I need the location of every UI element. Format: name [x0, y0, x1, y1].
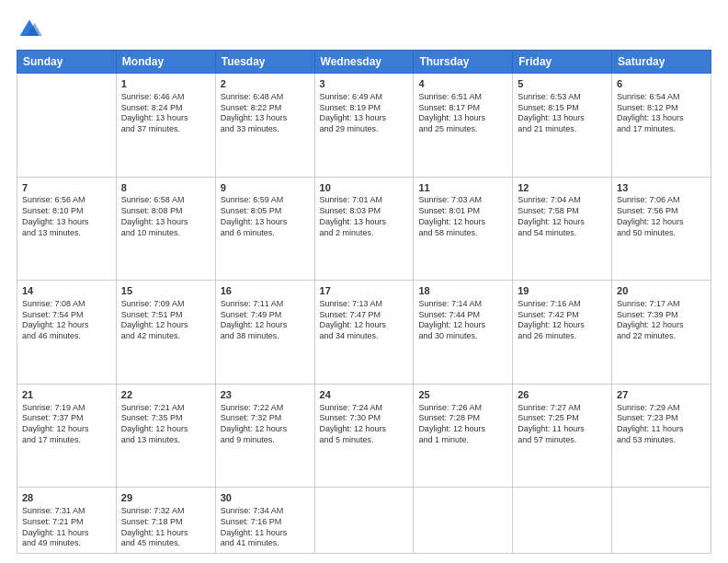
calendar-cell: 4Sunrise: 6:51 AM Sunset: 8:17 PM Daylig…	[414, 74, 513, 178]
page: SundayMondayTuesdayWednesdayThursdayFrid…	[0, 0, 728, 563]
cell-content: Sunrise: 7:24 AM Sunset: 7:30 PM Dayligh…	[320, 403, 409, 446]
cell-content: Sunrise: 7:06 AM Sunset: 7:56 PM Dayligh…	[617, 195, 706, 238]
calendar-cell	[414, 488, 513, 554]
day-number: 1	[121, 77, 210, 91]
calendar-cell: 24Sunrise: 7:24 AM Sunset: 7:30 PM Dayli…	[314, 384, 414, 488]
calendar-cell: 28Sunrise: 7:31 AM Sunset: 7:21 PM Dayli…	[17, 488, 117, 554]
cell-content: Sunrise: 7:27 AM Sunset: 7:25 PM Dayligh…	[518, 403, 607, 446]
calendar-cell: 12Sunrise: 7:04 AM Sunset: 7:58 PM Dayli…	[513, 177, 612, 281]
day-number: 7	[22, 181, 111, 195]
calendar-cell: 2Sunrise: 6:48 AM Sunset: 8:22 PM Daylig…	[215, 74, 314, 178]
day-number: 23	[221, 388, 310, 402]
calendar-cell: 11Sunrise: 7:03 AM Sunset: 8:01 PM Dayli…	[414, 177, 513, 281]
day-number: 10	[320, 181, 409, 195]
day-number: 8	[121, 181, 210, 195]
cell-content: Sunrise: 7:04 AM Sunset: 7:58 PM Dayligh…	[518, 195, 607, 238]
cell-content: Sunrise: 6:53 AM Sunset: 8:15 PM Dayligh…	[518, 92, 607, 135]
day-number: 15	[121, 284, 210, 298]
calendar-cell: 17Sunrise: 7:13 AM Sunset: 7:47 PM Dayli…	[314, 281, 414, 385]
cell-content: Sunrise: 7:01 AM Sunset: 8:03 PM Dayligh…	[320, 195, 409, 238]
calendar-week-4: 21Sunrise: 7:19 AM Sunset: 7:37 PM Dayli…	[17, 384, 711, 488]
calendar-header-saturday: Saturday	[612, 51, 711, 74]
cell-content: Sunrise: 6:56 AM Sunset: 8:10 PM Dayligh…	[22, 195, 111, 238]
calendar-cell: 3Sunrise: 6:49 AM Sunset: 8:19 PM Daylig…	[314, 74, 414, 178]
day-number: 13	[617, 181, 706, 195]
day-number: 4	[418, 77, 507, 91]
calendar-week-1: 1Sunrise: 6:46 AM Sunset: 8:24 PM Daylig…	[17, 74, 711, 178]
cell-content: Sunrise: 7:08 AM Sunset: 7:54 PM Dayligh…	[22, 299, 111, 342]
cell-content: Sunrise: 6:46 AM Sunset: 8:24 PM Dayligh…	[121, 92, 210, 135]
day-number: 24	[320, 388, 409, 402]
calendar-cell: 27Sunrise: 7:29 AM Sunset: 7:23 PM Dayli…	[612, 384, 711, 488]
calendar-cell: 29Sunrise: 7:32 AM Sunset: 7:18 PM Dayli…	[116, 488, 215, 554]
cell-content: Sunrise: 7:17 AM Sunset: 7:39 PM Dayligh…	[617, 299, 706, 342]
logo	[17, 17, 46, 42]
calendar-cell: 14Sunrise: 7:08 AM Sunset: 7:54 PM Dayli…	[17, 281, 117, 385]
calendar-header-tuesday: Tuesday	[215, 51, 314, 74]
cell-content: Sunrise: 6:54 AM Sunset: 8:12 PM Dayligh…	[617, 92, 706, 135]
cell-content: Sunrise: 7:34 AM Sunset: 7:16 PM Dayligh…	[221, 506, 310, 549]
day-number: 18	[418, 284, 507, 298]
calendar-cell: 22Sunrise: 7:21 AM Sunset: 7:35 PM Dayli…	[116, 384, 215, 488]
calendar-week-2: 7Sunrise: 6:56 AM Sunset: 8:10 PM Daylig…	[17, 177, 711, 281]
calendar-cell	[17, 74, 117, 178]
calendar-table: SundayMondayTuesdayWednesdayThursdayFrid…	[17, 50, 711, 554]
calendar-cell: 9Sunrise: 6:59 AM Sunset: 8:05 PM Daylig…	[215, 177, 314, 281]
calendar-cell: 19Sunrise: 7:16 AM Sunset: 7:42 PM Dayli…	[513, 281, 612, 385]
cell-content: Sunrise: 6:48 AM Sunset: 8:22 PM Dayligh…	[221, 92, 310, 135]
calendar-cell	[314, 488, 414, 554]
calendar-cell: 20Sunrise: 7:17 AM Sunset: 7:39 PM Dayli…	[612, 281, 711, 385]
day-number: 11	[418, 181, 507, 195]
day-number: 12	[518, 181, 607, 195]
calendar-week-3: 14Sunrise: 7:08 AM Sunset: 7:54 PM Dayli…	[17, 281, 711, 385]
cell-content: Sunrise: 7:26 AM Sunset: 7:28 PM Dayligh…	[418, 403, 507, 446]
calendar-cell: 7Sunrise: 6:56 AM Sunset: 8:10 PM Daylig…	[17, 177, 117, 281]
calendar-cell: 16Sunrise: 7:11 AM Sunset: 7:49 PM Dayli…	[215, 281, 314, 385]
calendar-header-wednesday: Wednesday	[314, 51, 414, 74]
day-number: 17	[320, 284, 409, 298]
day-number: 25	[418, 388, 507, 402]
cell-content: Sunrise: 6:58 AM Sunset: 8:08 PM Dayligh…	[121, 195, 210, 238]
day-number: 2	[221, 77, 310, 91]
day-number: 28	[22, 491, 111, 505]
calendar-cell: 23Sunrise: 7:22 AM Sunset: 7:32 PM Dayli…	[215, 384, 314, 488]
cell-content: Sunrise: 6:59 AM Sunset: 8:05 PM Dayligh…	[221, 195, 310, 238]
calendar-cell: 26Sunrise: 7:27 AM Sunset: 7:25 PM Dayli…	[513, 384, 612, 488]
cell-content: Sunrise: 7:16 AM Sunset: 7:42 PM Dayligh…	[518, 299, 607, 342]
calendar-cell: 8Sunrise: 6:58 AM Sunset: 8:08 PM Daylig…	[116, 177, 215, 281]
day-number: 16	[221, 284, 310, 298]
cell-content: Sunrise: 7:32 AM Sunset: 7:18 PM Dayligh…	[121, 506, 210, 549]
logo-icon	[17, 17, 42, 42]
calendar-cell: 21Sunrise: 7:19 AM Sunset: 7:37 PM Dayli…	[17, 384, 117, 488]
calendar-cell	[612, 488, 711, 554]
cell-content: Sunrise: 7:31 AM Sunset: 7:21 PM Dayligh…	[22, 506, 111, 549]
day-number: 26	[518, 388, 607, 402]
day-number: 20	[617, 284, 706, 298]
calendar-cell: 18Sunrise: 7:14 AM Sunset: 7:44 PM Dayli…	[414, 281, 513, 385]
calendar-header-friday: Friday	[513, 51, 612, 74]
calendar-header-thursday: Thursday	[414, 51, 513, 74]
cell-content: Sunrise: 7:14 AM Sunset: 7:44 PM Dayligh…	[418, 299, 507, 342]
cell-content: Sunrise: 7:03 AM Sunset: 8:01 PM Dayligh…	[418, 195, 507, 238]
calendar-cell: 25Sunrise: 7:26 AM Sunset: 7:28 PM Dayli…	[414, 384, 513, 488]
calendar-cell: 6Sunrise: 6:54 AM Sunset: 8:12 PM Daylig…	[612, 74, 711, 178]
day-number: 14	[22, 284, 111, 298]
day-number: 27	[617, 388, 706, 402]
calendar-cell: 13Sunrise: 7:06 AM Sunset: 7:56 PM Dayli…	[612, 177, 711, 281]
cell-content: Sunrise: 7:11 AM Sunset: 7:49 PM Dayligh…	[221, 299, 310, 342]
cell-content: Sunrise: 7:19 AM Sunset: 7:37 PM Dayligh…	[22, 403, 111, 446]
day-number: 21	[22, 388, 111, 402]
cell-content: Sunrise: 7:29 AM Sunset: 7:23 PM Dayligh…	[617, 403, 706, 446]
day-number: 9	[221, 181, 310, 195]
day-number: 6	[617, 77, 706, 91]
cell-content: Sunrise: 7:09 AM Sunset: 7:51 PM Dayligh…	[121, 299, 210, 342]
day-number: 3	[320, 77, 409, 91]
cell-content: Sunrise: 6:49 AM Sunset: 8:19 PM Dayligh…	[320, 92, 409, 135]
day-number: 30	[221, 491, 310, 505]
cell-content: Sunrise: 6:51 AM Sunset: 8:17 PM Dayligh…	[418, 92, 507, 135]
calendar-cell	[513, 488, 612, 554]
day-number: 22	[121, 388, 210, 402]
calendar-cell: 1Sunrise: 6:46 AM Sunset: 8:24 PM Daylig…	[116, 74, 215, 178]
header	[17, 17, 711, 42]
calendar-week-5: 28Sunrise: 7:31 AM Sunset: 7:21 PM Dayli…	[17, 488, 711, 554]
